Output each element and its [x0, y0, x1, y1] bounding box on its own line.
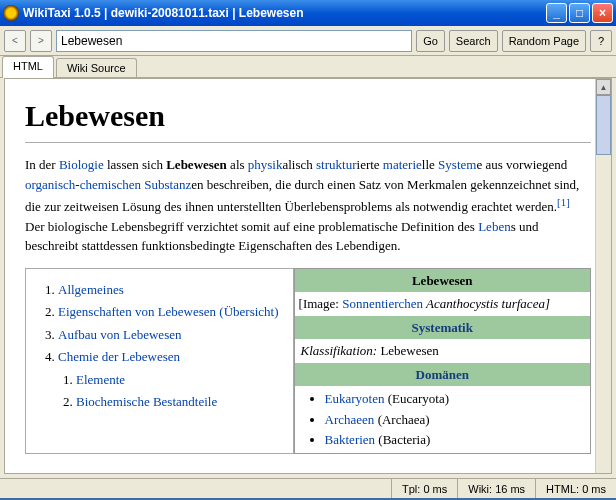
link-leben[interactable]: Leben — [478, 219, 510, 234]
link-eukaryoten[interactable]: Eukaryoten — [325, 391, 385, 406]
link-struktur[interactable]: struktur — [316, 157, 356, 172]
scroll-thumb[interactable] — [596, 95, 611, 155]
content-pane: ▲ Lebewesen In der Biologie lassen sich … — [4, 78, 612, 474]
search-input[interactable] — [56, 30, 412, 52]
infobox-systematik-header: Systematik — [295, 316, 590, 340]
status-wiki: Wiki: 16 ms — [457, 479, 535, 498]
toc-item: Aufbau von Lebewesen — [58, 325, 279, 345]
infobox-header: Lebewesen — [295, 269, 590, 293]
toc-item: Allgemeines — [58, 280, 279, 300]
minimize-button[interactable]: _ — [546, 3, 567, 23]
random-button[interactable]: Random Page — [502, 30, 586, 52]
link-materie[interactable]: materie — [383, 157, 422, 172]
link-sonnentierchen[interactable]: Sonnentierchen — [342, 296, 423, 311]
link-bakterien[interactable]: Bakterien — [325, 432, 376, 447]
close-button[interactable]: × — [592, 3, 613, 23]
list-item: Eukaryoten (Eucaryota) — [325, 389, 584, 409]
table-of-contents: Allgemeines Eigenschaften von Lebewesen … — [25, 268, 294, 454]
infobox-domaenen-header: Domänen — [295, 363, 590, 387]
search-button[interactable]: Search — [449, 30, 498, 52]
toc-link-2[interactable]: Eigenschaften von Lebewesen (Übersicht) — [58, 304, 279, 319]
titlebar[interactable]: WikiTaxi 1.0.5 | dewiki-20081011.taxi | … — [0, 0, 616, 26]
toc-item: Chemie der Lebewesen Elemente Biochemisc… — [58, 347, 279, 412]
link-organisch[interactable]: organisch — [25, 177, 75, 192]
status-html: HTML: 0 ms — [535, 479, 616, 498]
list-item: Bakterien (Bacteria) — [325, 430, 584, 450]
infobox-domaenen-list: Eukaryoten (Eucaryota) Archaeen (Archaea… — [295, 386, 590, 453]
toc-item: Elemente — [76, 370, 279, 390]
tab-wiki-source[interactable]: Wiki Source — [56, 58, 137, 77]
article-intro: In der Biologie lassen sich Lebewesen al… — [25, 155, 591, 256]
infobox: Lebewesen [Image: Sonnentierchen Acantho… — [294, 268, 591, 454]
window-title: WikiTaxi 1.0.5 | dewiki-20081011.taxi | … — [23, 6, 546, 20]
app-icon — [3, 5, 19, 21]
tabbar: HTML Wiki Source — [0, 56, 616, 78]
toolbar: < > Go Search Random Page ? — [0, 26, 616, 56]
list-item: Archaeen (Archaea) — [325, 410, 584, 430]
article-title: Lebewesen — [25, 93, 591, 143]
window-controls: _ □ × — [546, 3, 613, 23]
statusbar: Tpl: 0 ms Wiki: 16 ms HTML: 0 ms — [0, 478, 616, 498]
toc-link-4-2[interactable]: Biochemische Bestandteile — [76, 394, 217, 409]
toc-item: Biochemische Bestandteile — [76, 392, 279, 412]
infobox-image: [Image: Sonnentierchen Acanthocystis tur… — [295, 292, 590, 316]
go-button[interactable]: Go — [416, 30, 445, 52]
back-button[interactable]: < — [4, 30, 26, 52]
content-wrapper: ▲ Lebewesen In der Biologie lassen sich … — [0, 78, 616, 478]
ref-1[interactable]: [1] — [557, 196, 570, 208]
toc-link-1[interactable]: Allgemeines — [58, 282, 124, 297]
toc-link-3[interactable]: Aufbau von Lebewesen — [58, 327, 181, 342]
status-tpl: Tpl: 0 ms — [391, 479, 457, 498]
scroll-up-arrow[interactable]: ▲ — [596, 79, 611, 95]
vertical-scrollbar[interactable]: ▲ — [595, 79, 611, 473]
help-button[interactable]: ? — [590, 30, 612, 52]
article: Lebewesen In der Biologie lassen sich Le… — [5, 79, 611, 473]
toc-link-4-1[interactable]: Elemente — [76, 372, 125, 387]
tab-html[interactable]: HTML — [2, 56, 54, 78]
link-biologie[interactable]: Biologie — [59, 157, 104, 172]
toc-link-4[interactable]: Chemie der Lebewesen — [58, 349, 180, 364]
link-substanz[interactable]: Substanz — [144, 177, 191, 192]
forward-button[interactable]: > — [30, 30, 52, 52]
infobox-klassifikation: Klassifikation: Lebewesen — [295, 339, 590, 363]
link-chemisch[interactable]: chemischen — [80, 177, 141, 192]
link-physik[interactable]: physik — [248, 157, 283, 172]
link-system[interactable]: System — [438, 157, 476, 172]
toc-item: Eigenschaften von Lebewesen (Übersicht) — [58, 302, 279, 322]
link-archaeen[interactable]: Archaeen — [325, 412, 375, 427]
maximize-button[interactable]: □ — [569, 3, 590, 23]
